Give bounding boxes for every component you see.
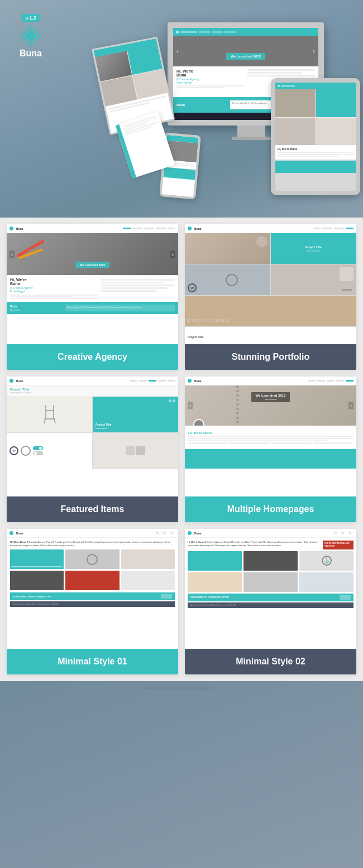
card-label-stunning-portfolio: Stunning Portfolio xyxy=(185,344,356,370)
card-creative-agency[interactable]: Buna We Launched 2015 ‹ › xyxy=(7,224,178,370)
card-preview-stunning-portfolio: Buna Project Titlelorem ipsum sit xyxy=(185,224,356,344)
logo-area: v.1.2 Buna xyxy=(11,14,50,59)
card-preview-minimal-02: Buna Hi, We're Buna: A Creative Agency T… xyxy=(185,529,356,649)
main-grid: Buna We Launched 2015 ‹ › xyxy=(0,218,363,681)
svg-line-6 xyxy=(44,419,45,423)
card-label-minimal-style-01: Minimal Style 01 xyxy=(7,649,178,674)
card-label-multiple-homepages: Multiple Homepages xyxy=(185,496,356,522)
logo-text: Buna xyxy=(20,49,42,59)
card-label-featured-items: Featured Items xyxy=(7,496,178,522)
card-preview-multiple-homepages: Buna We Launched 2015lorem ipsum ‹ › xyxy=(185,377,356,496)
hero-section: v.1.2 Buna We Launched 2015 xyxy=(0,0,363,218)
card-preview-creative-agency: Buna We Launched 2015 ‹ › xyxy=(7,224,178,344)
card-featured-items[interactable]: Buna Project Title lorem ipsum sit amet xyxy=(7,377,178,522)
card-preview-featured-items: Buna Project Title lorem ipsum sit amet xyxy=(7,377,178,496)
card-label-creative-agency: Creative Agency xyxy=(7,344,178,370)
card-preview-minimal-01: Buna Hi, We're Buna: A Creative Agency T… xyxy=(7,529,178,649)
card-label-minimal-style-02: Minimal Style 02 xyxy=(185,649,356,674)
card-stunning-portfolio[interactable]: Buna Project Titlelorem ipsum sit xyxy=(185,224,356,370)
watermark: www.heritagechristiancollege.com xyxy=(0,681,363,696)
logo-icon xyxy=(20,25,41,46)
svg-line-7 xyxy=(54,419,55,423)
card-minimal-style-02[interactable]: Buna Hi, We're Buna: A Creative Agency T… xyxy=(185,529,356,674)
version-badge: v.1.2 xyxy=(22,14,39,22)
card-multiple-homepages[interactable]: Buna We Launched 2015lorem ipsum ‹ › xyxy=(185,377,356,522)
tablet-mockup: Hi, We're Buna xyxy=(271,78,360,195)
hero-mockups: We Launched 2015 ‹ › Hi, We're Buna A Cr… xyxy=(89,11,363,206)
card-minimal-style-01[interactable]: Buna Hi, We're Buna: A Creative Agency T… xyxy=(7,529,178,674)
